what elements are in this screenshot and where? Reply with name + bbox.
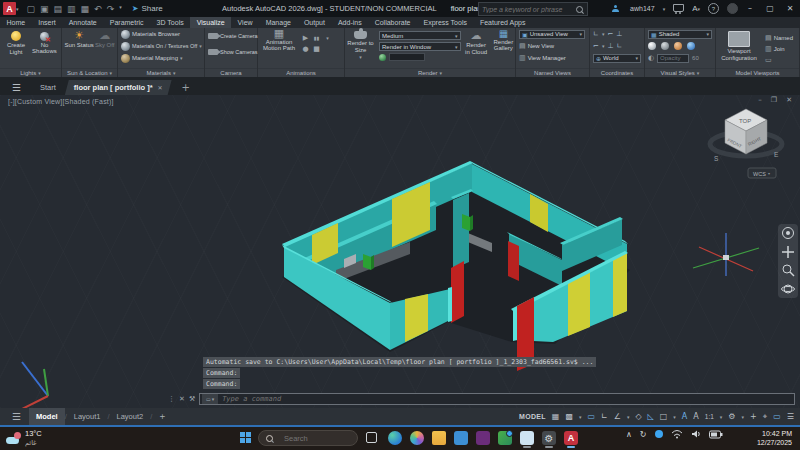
sky-off-button[interactable]: ☁ Sky Off bbox=[95, 28, 115, 49]
texture-style-icon[interactable] bbox=[674, 42, 682, 50]
tab-add-ins[interactable]: Add-ins bbox=[331, 17, 368, 28]
microsoft-store-icon[interactable] bbox=[454, 431, 468, 445]
search-icon[interactable] bbox=[576, 6, 583, 13]
materials-browser-button[interactable]: Materials Browser bbox=[118, 28, 204, 40]
tab-home[interactable]: Home bbox=[0, 17, 32, 28]
command-customize-icon[interactable]: ⚒ bbox=[189, 395, 195, 403]
tab-model[interactable]: Model bbox=[29, 408, 65, 425]
tab-insert[interactable]: Insert bbox=[32, 17, 63, 28]
command-grip-icon[interactable]: ⋮ bbox=[168, 395, 175, 403]
user-caret-icon[interactable]: ▾ bbox=[663, 6, 666, 12]
model-space-button[interactable]: MODEL bbox=[519, 413, 546, 420]
edge-icon[interactable] bbox=[388, 431, 402, 445]
view-manager-button[interactable]: ▥ View Manager bbox=[516, 52, 589, 64]
restore-viewports-button[interactable]: ▭ bbox=[762, 54, 793, 65]
command-input-box[interactable]: ▭ ▾ bbox=[199, 393, 795, 405]
shadow-style-icon[interactable] bbox=[661, 42, 669, 50]
join-viewports-button[interactable]: ▥ Join bbox=[762, 43, 793, 54]
ucs-world-icon[interactable]: ⌐ bbox=[607, 30, 613, 38]
tab-express-tools[interactable]: Express Tools bbox=[417, 17, 473, 28]
ucs-dropdown[interactable]: ⊕ World ▾ bbox=[593, 54, 641, 63]
qat-caret-icon[interactable]: ▾ bbox=[119, 4, 122, 14]
tab-collaborate[interactable]: Collaborate bbox=[368, 17, 417, 28]
tab-layout1[interactable]: Layout1 bbox=[67, 408, 108, 425]
show-cameras-button[interactable]: Show Cameras bbox=[205, 44, 257, 60]
command-prompt-icon[interactable]: ▭ ▾ bbox=[202, 394, 218, 404]
cart-icon[interactable] bbox=[673, 4, 684, 12]
polar-caret-icon[interactable]: ▾ bbox=[627, 414, 630, 420]
full-nav-wheel-icon[interactable] bbox=[781, 226, 795, 240]
share-button[interactable]: ➤ Share bbox=[132, 4, 163, 13]
taskbar-clock[interactable]: 10:42 PM 12/27/2025 bbox=[722, 429, 792, 447]
open-icon[interactable]: ▣ bbox=[40, 4, 49, 14]
xray-icon[interactable]: ◐ bbox=[648, 54, 654, 62]
tab-view[interactable]: View bbox=[231, 17, 259, 28]
wifi-icon[interactable] bbox=[671, 429, 683, 439]
task-view-icon[interactable] bbox=[365, 431, 379, 445]
drawing-viewport[interactable]: [-][Custom View][Shaded (Fast)] – ❐ ✕ bbox=[0, 95, 800, 408]
named-view-dropdown[interactable]: ▣ Unsaved View ▾ bbox=[519, 30, 585, 39]
pan-icon[interactable] bbox=[781, 245, 795, 259]
battery-icon[interactable] bbox=[709, 430, 723, 439]
material-mapping-button[interactable]: Material Mapping ▾ bbox=[118, 52, 204, 64]
help-icon[interactable]: ? bbox=[708, 3, 719, 14]
help-search-input[interactable] bbox=[479, 6, 576, 13]
document-tab-close-icon[interactable]: ✕ bbox=[158, 84, 163, 91]
zoom-icon[interactable] bbox=[781, 263, 795, 277]
new-layout-icon[interactable]: + bbox=[152, 408, 172, 425]
annotation-monitor-icon[interactable]: + bbox=[750, 412, 757, 421]
lights-footer[interactable]: Lights▾ bbox=[0, 68, 61, 77]
maximize-button[interactable]: ▢ bbox=[760, 0, 780, 17]
compass-south-label[interactable]: S bbox=[714, 155, 719, 162]
photos-icon[interactable] bbox=[498, 431, 512, 445]
tab-layout2[interactable]: Layout2 bbox=[110, 408, 151, 425]
no-shadows-button[interactable]: No Shadows bbox=[30, 29, 59, 55]
ucs-view-icon[interactable]: ∟ bbox=[617, 42, 623, 50]
annotation-visibility-icon[interactable]: A bbox=[682, 412, 687, 421]
tab-annotate[interactable]: Annotate bbox=[62, 17, 103, 28]
edge-style-icon[interactable] bbox=[648, 42, 656, 50]
osnap-tracking-icon[interactable]: ◺ bbox=[648, 412, 654, 421]
navigation-bar[interactable] bbox=[778, 224, 798, 298]
ucs-object-icon[interactable]: ⊥ bbox=[607, 42, 613, 50]
saveas-icon[interactable]: ▥ bbox=[67, 4, 76, 14]
onedrive-sync-icon[interactable]: ↻ bbox=[640, 430, 647, 439]
sun-status-button[interactable]: ☀ Sun Status bbox=[65, 28, 94, 49]
tab-featured-apps[interactable]: Featured Apps bbox=[473, 17, 532, 28]
new-icon[interactable]: ▢ bbox=[27, 4, 36, 14]
osnap-caret-icon[interactable]: ▾ bbox=[673, 414, 676, 420]
workspace-gear-icon[interactable]: ⚙ bbox=[728, 412, 735, 421]
create-camera-button[interactable]: Create Camera bbox=[205, 28, 257, 44]
compass-east-label[interactable]: E bbox=[774, 151, 779, 158]
save-icon[interactable]: ▤ bbox=[54, 4, 63, 14]
autocad-taskbar-icon[interactable]: A bbox=[564, 431, 578, 445]
scale-caret-icon[interactable]: ▾ bbox=[720, 414, 723, 420]
customization-icon[interactable]: ☰ bbox=[787, 412, 794, 421]
lighting-style-icon[interactable] bbox=[687, 42, 695, 50]
minimize-button[interactable]: – bbox=[740, 0, 760, 17]
new-tab-icon[interactable]: + bbox=[182, 82, 190, 93]
undo-icon[interactable]: ↶ bbox=[94, 4, 102, 14]
taskbar-weather[interactable]: 13°C غائم bbox=[6, 429, 42, 447]
materials-footer[interactable]: Materials▾ bbox=[118, 68, 204, 77]
username[interactable]: awh147 bbox=[630, 5, 655, 12]
file-explorer-icon[interactable] bbox=[432, 431, 446, 445]
dynamic-input-icon[interactable]: ▭ bbox=[587, 412, 595, 421]
assistant-icon[interactable] bbox=[727, 3, 738, 14]
command-input[interactable] bbox=[220, 394, 794, 404]
graphics-perf-icon[interactable]: ⌖ bbox=[763, 412, 768, 422]
help-search-box[interactable] bbox=[478, 2, 588, 16]
transport-caret-icon[interactable]: ▾ bbox=[326, 35, 329, 41]
bluetooth-icon[interactable] bbox=[655, 430, 663, 438]
isodraft-icon[interactable]: ◇ bbox=[635, 412, 641, 421]
workspace-caret-icon[interactable]: ▾ bbox=[742, 414, 745, 420]
render-target-dropdown[interactable]: Render in Window ▾ bbox=[379, 42, 460, 51]
render-size-icon[interactable] bbox=[379, 54, 386, 61]
tab-output[interactable]: Output bbox=[297, 17, 331, 28]
copilot-icon[interactable] bbox=[410, 431, 424, 445]
visual-style-dropdown[interactable]: ▦ Shaded ▾ bbox=[648, 30, 712, 39]
render-quality-dropdown[interactable]: Medium ▾ bbox=[379, 31, 460, 40]
polar-tracking-icon[interactable]: ∠ bbox=[614, 412, 621, 421]
autoscale-icon[interactable]: A bbox=[693, 412, 698, 421]
stop-icon[interactable]: ■ bbox=[313, 45, 320, 53]
